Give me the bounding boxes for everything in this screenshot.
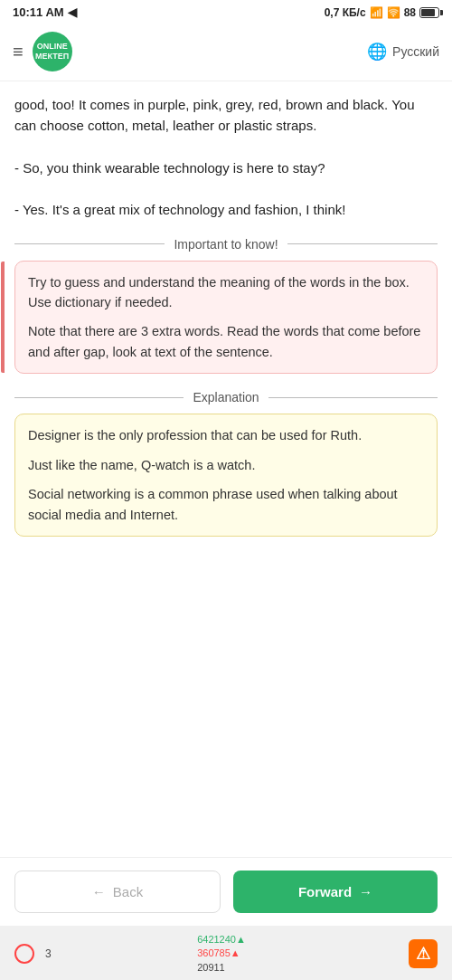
main-content: good, too! It comes in purple, pink, gre…	[0, 81, 452, 857]
divider-line-left2	[14, 397, 184, 399]
explanation-line1: Designer is the only profession that can…	[28, 425, 424, 445]
language-label: Русский	[392, 44, 439, 59]
back-label: Back	[113, 884, 143, 899]
explanation-line2: Just like the name, Q-watch is a watch.	[28, 455, 424, 475]
passage-line3: - Yes. It's a great mix of technology an…	[14, 199, 438, 220]
stat2: 360785▲	[197, 947, 240, 960]
passage-line1: good, too! It comes in purple, pink, gre…	[14, 94, 438, 137]
wifi-icon: 🛜	[387, 6, 400, 19]
status-left: 10:11 AM ◀	[13, 5, 77, 19]
explanation-box: Designer is the only profession that can…	[14, 414, 438, 537]
stat2-down: 360785▲	[197, 947, 240, 958]
battery-label: 88	[404, 6, 416, 19]
divider-line-left	[14, 243, 165, 245]
data-speed: 0,7 КБ/с	[325, 6, 366, 19]
forward-label: Forward	[298, 884, 352, 899]
divider-line-right	[287, 243, 438, 245]
stat1: 6421240▲	[197, 933, 246, 947]
nav-buttons: ← Back Forward →	[0, 857, 452, 926]
passage-text: good, too! It comes in purple, pink, gre…	[14, 94, 438, 221]
important-line1: Try to guess and understand the meaning …	[28, 272, 424, 313]
system-bar: 6421240▲ 360785▲ 20911 3 ⚠	[0, 926, 452, 980]
important-label: Important to know!	[174, 237, 278, 252]
logo: ONLINE МЕКТЕП	[33, 32, 72, 71]
back-button[interactable]: ← Back	[14, 871, 221, 913]
language-selector[interactable]: 🌐 Русский	[367, 42, 439, 62]
warning-icon[interactable]: ⚠	[409, 939, 438, 968]
left-num: 3	[45, 947, 52, 960]
forward-button[interactable]: Forward →	[233, 871, 438, 913]
stat3: 20911	[197, 961, 225, 975]
header: ≡ ONLINE МЕКТЕП 🌐 Русский	[0, 24, 452, 81]
important-line2: Note that there are 3 extra words. Read …	[28, 321, 424, 362]
divider-line-right2	[268, 397, 438, 399]
passage-line2: - So, you think wearable technology is h…	[14, 157, 438, 178]
system-stats: 6421240▲ 360785▲ 20911	[197, 933, 246, 975]
back-arrow: ←	[92, 884, 106, 899]
status-right: 0,7 КБ/с 📶 🛜 88	[325, 6, 439, 19]
explanation-label: Explanation	[193, 390, 259, 404]
explanation-line3: Social networking is a common phrase use…	[28, 484, 424, 525]
location-icon: ◀	[68, 5, 77, 19]
time: 10:11 AM	[13, 5, 64, 19]
important-divider: Important to know!	[14, 237, 438, 252]
menu-button[interactable]: ≡	[13, 42, 24, 62]
circle-icon	[14, 944, 34, 964]
globe-icon: 🌐	[367, 42, 387, 62]
battery-icon	[419, 7, 439, 18]
important-box: Try to guess and understand the meaning …	[14, 261, 438, 375]
stat1-up: 6421240▲	[197, 934, 246, 945]
explanation-divider: Explanation	[14, 390, 438, 404]
header-left[interactable]: ≡ ONLINE МЕКТЕП	[13, 32, 72, 71]
forward-arrow: →	[359, 884, 372, 899]
status-bar: 10:11 AM ◀ 0,7 КБ/с 📶 🛜 88	[0, 0, 452, 24]
signal-icon: 📶	[370, 6, 383, 19]
